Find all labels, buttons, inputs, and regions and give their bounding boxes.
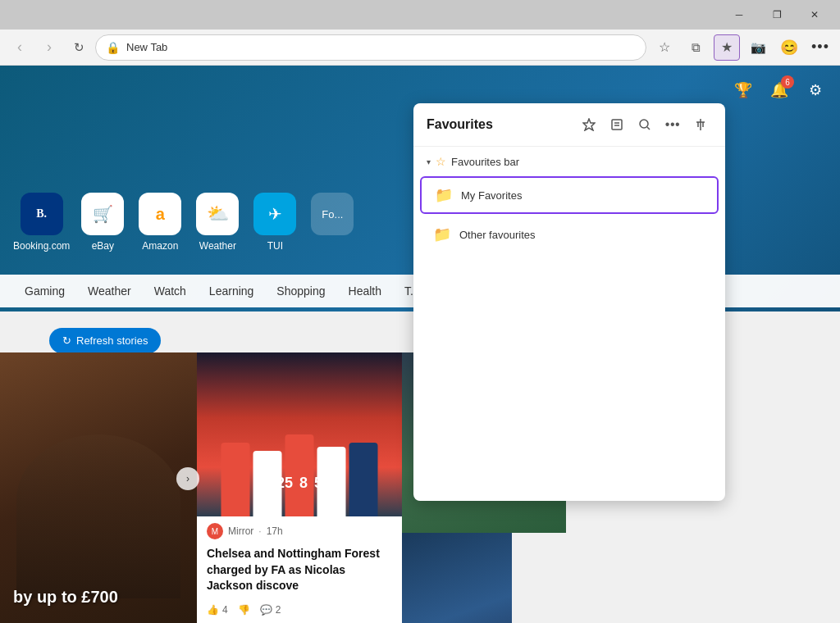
title-bar: ─ ❐ ✕	[0, 0, 840, 30]
forward-button[interactable]: ›	[36, 34, 62, 61]
more-options-button[interactable]: •••	[661, 113, 684, 136]
close-button[interactable]: ✕	[796, 2, 833, 28]
search-favourites-button[interactable]	[633, 113, 656, 136]
weather-label: Weather	[199, 240, 236, 252]
svg-rect-1	[612, 120, 622, 130]
tab-gaming[interactable]: Gaming	[13, 278, 76, 304]
svg-point-4	[640, 120, 648, 128]
tab-learning[interactable]: Learning	[198, 278, 266, 304]
panel-header-icons: •••	[578, 113, 712, 136]
tab-health[interactable]: Health	[337, 278, 393, 304]
favourites-panel: Favourites	[413, 103, 725, 501]
notification-icon[interactable]: 🔔 6	[765, 75, 794, 105]
like-button[interactable]: 👍 4	[207, 604, 228, 616]
minimize-button[interactable]: ─	[720, 2, 758, 28]
quick-link-booking[interactable]: B. Booking.com	[13, 193, 70, 252]
address-bar[interactable]: 🔒 New Tab	[95, 34, 646, 61]
profile-icon[interactable]: 😊	[776, 34, 802, 61]
browser-toolbar: ‹ › ↻ 🔒 New Tab ☆ ⧉ ★ 📷 😊 •••	[0, 30, 840, 66]
more-links-icon: Fo...	[311, 193, 354, 235]
like-count: 4	[222, 604, 228, 616]
trophy-icon[interactable]: 🏆	[728, 75, 758, 105]
other-favourites-item[interactable]: 📁 Other favourites	[420, 217, 719, 252]
news-actions: 👍 4 👎 💬 2	[197, 598, 402, 622]
my-favorites-label: My Favorites	[461, 189, 522, 202]
browser-main: 🏆 🔔 6 ⚙ B. Booking.com 🛒 eBay a Amazon	[0, 66, 840, 623]
news-headline: Chelsea and Nottingham Forest charged by…	[197, 543, 402, 598]
my-favorites-item[interactable]: 📁 My Favorites	[420, 176, 719, 214]
amazon-icon: a	[139, 193, 181, 235]
news-card-promo[interactable]: by up to £700	[0, 352, 197, 623]
quick-link-more[interactable]: Fo...	[308, 193, 357, 252]
favorites-icon[interactable]: ★	[714, 34, 740, 61]
quick-link-amazon[interactable]: a Amazon	[135, 193, 185, 252]
split-screen-icon[interactable]: ⧉	[682, 34, 709, 61]
notification-badge: 6	[781, 75, 794, 89]
news-image: 2585	[197, 352, 402, 516]
promo-image	[0, 352, 197, 623]
bookmark-star-icon[interactable]: ☆	[651, 34, 678, 61]
tab-shopping[interactable]: Shopping	[265, 278, 336, 304]
promo-text: by up to £700	[13, 588, 118, 607]
time-ago: 17h	[267, 525, 283, 537]
panel-title: Favourites	[427, 117, 493, 132]
panel-header: Favourites	[413, 103, 725, 147]
dislike-icon: 👎	[238, 604, 250, 616]
like-icon: 👍	[207, 604, 219, 616]
quick-link-ebay[interactable]: 🛒 eBay	[78, 193, 127, 252]
booking-label: Booking.com	[13, 240, 70, 252]
add-favourites-button[interactable]	[578, 113, 600, 136]
other-favourites-folder-icon: 📁	[433, 225, 451, 243]
refresh-stories-button[interactable]: ↻ Refresh stories	[49, 328, 161, 353]
quick-link-tui[interactable]: ✈ TUI	[250, 193, 299, 252]
source-separator: ·	[258, 525, 261, 537]
tab-watch[interactable]: Watch	[143, 278, 198, 304]
source-avatar: M	[207, 523, 223, 539]
dislike-button[interactable]: 👎	[238, 604, 250, 616]
refresh-icon: ↻	[62, 334, 71, 347]
weather-icon-quick: ⛅	[196, 193, 239, 235]
svg-line-5	[647, 127, 650, 130]
quick-link-weather[interactable]: ⛅ Weather	[193, 193, 242, 252]
ebay-label: eBay	[92, 240, 114, 252]
pin-panel-button[interactable]	[689, 113, 712, 136]
url-text: New Tab	[126, 41, 167, 53]
panel-empty-space	[413, 255, 725, 501]
tui-label: TUI	[267, 240, 283, 252]
my-favorites-folder-icon: 📁	[435, 186, 453, 204]
favourites-bar-label: Favourites bar	[451, 156, 519, 168]
comment-count: 2	[276, 604, 281, 616]
reading-list-button[interactable]	[605, 113, 628, 136]
bar-star-icon: ☆	[436, 155, 446, 168]
news-meta: M Mirror · 17h	[197, 516, 402, 543]
comment-button[interactable]: 💬 2	[260, 604, 281, 616]
back-button[interactable]: ‹	[7, 34, 33, 61]
other-favourites-label: Other favourites	[459, 229, 536, 241]
source-name: Mirror	[228, 525, 253, 537]
svg-marker-0	[583, 119, 595, 130]
tab-weather[interactable]: Weather	[76, 278, 143, 304]
refresh-button[interactable]: ↻	[66, 34, 92, 61]
news-card-main[interactable]: 2585 M Mirror · 17h Chelsea and Nottingh…	[197, 352, 402, 623]
amazon-label: Amazon	[142, 240, 178, 252]
carousel-next-button[interactable]: ›	[176, 467, 199, 490]
news-card-small-2[interactable]	[402, 533, 512, 623]
ebay-icon: 🛒	[81, 193, 124, 235]
settings-icon[interactable]: ⚙	[801, 75, 830, 105]
booking-icon: B.	[21, 193, 63, 235]
comment-icon: 💬	[260, 604, 272, 616]
chevron-icon: ▾	[427, 157, 431, 166]
top-right-icons: 🏆 🔔 6 ⚙	[728, 75, 830, 105]
refresh-label: Refresh stories	[76, 334, 148, 347]
collections-icon[interactable]: 📷	[745, 34, 771, 61]
tui-icon: ✈	[253, 193, 296, 235]
maximize-button[interactable]: ❐	[758, 2, 796, 28]
favourites-bar-section[interactable]: ▾ ☆ Favourites bar	[413, 147, 725, 176]
more-options-icon[interactable]: •••	[807, 34, 833, 61]
